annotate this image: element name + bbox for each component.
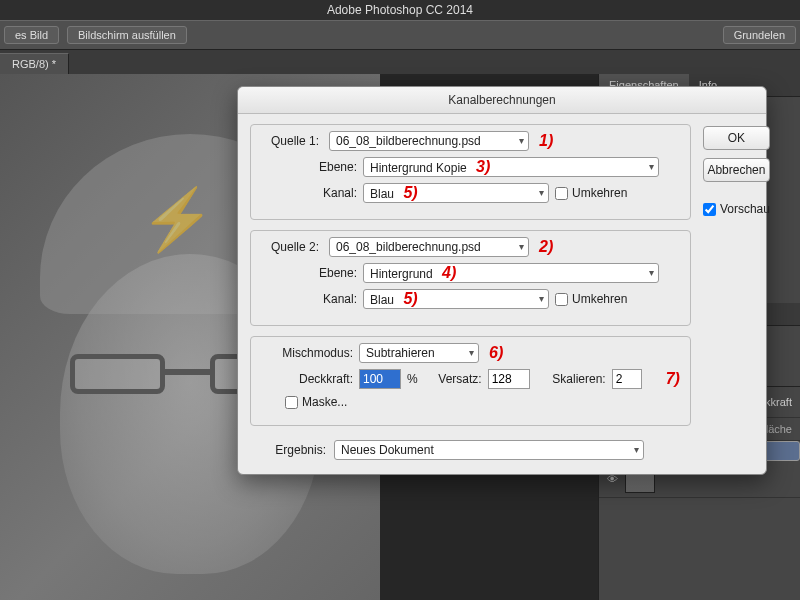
opacity-label: Deckkraft: — [275, 372, 353, 386]
app-title: Adobe Photoshop CC 2014 — [327, 3, 473, 17]
source2-legend: Quelle 2: — [261, 240, 323, 254]
chevron-updown-icon: ▾ — [539, 292, 544, 306]
blend-legend: Mischmodus: — [261, 346, 353, 360]
offset-input[interactable] — [488, 369, 530, 389]
annotation-5b: 5) — [403, 292, 417, 306]
glasses-bridge — [165, 369, 210, 375]
scale-input[interactable] — [612, 369, 642, 389]
source1-channel-select[interactable]: Blau 5) ▾ — [363, 183, 549, 203]
source2-group: Quelle 2: 06_08_bildberechnung.psd ▾ 2) … — [250, 230, 691, 326]
annotation-4: 4) — [442, 266, 456, 280]
chevron-updown-icon: ▾ — [519, 134, 524, 148]
source1-file-select[interactable]: 06_08_bildberechnung.psd ▾ — [329, 131, 529, 151]
source1-invert-checkbox[interactable]: Umkehren — [555, 186, 627, 200]
source2-channel-label: Kanal: — [295, 292, 357, 306]
mask-input[interactable] — [285, 396, 298, 409]
chevron-updown-icon: ▾ — [539, 186, 544, 200]
annotation-5a: 5) — [403, 186, 417, 200]
doc-tab[interactable]: RGB/8) * — [0, 53, 69, 74]
ok-button[interactable]: OK — [703, 126, 770, 150]
source2-layer-value: Hintergrund — [370, 267, 433, 281]
preview-checkbox[interactable]: Vorschau — [703, 202, 770, 216]
essentials-button[interactable]: Grundelen — [723, 26, 796, 44]
blend-group: Mischmodus: Subtrahieren ▾ 6) Deckkraft:… — [250, 336, 691, 426]
mask-label: Maske... — [302, 395, 347, 409]
source1-file-value: 06_08_bildberechnung.psd — [336, 134, 481, 148]
source2-invert-input[interactable] — [555, 293, 568, 306]
result-row: Ergebnis: Neues Dokument ▾ — [250, 436, 691, 460]
dialog-title: Kanalberechnungen — [238, 87, 766, 114]
source1-channel-label: Kanal: — [295, 186, 357, 200]
source2-invert-label: Umkehren — [572, 292, 627, 306]
annotation-1: 1) — [539, 132, 553, 150]
lightning-bolt-icon: ⚡ — [140, 184, 215, 255]
scale-label: Skalieren: — [536, 372, 606, 386]
chevron-updown-icon: ▾ — [469, 346, 474, 360]
chevron-updown-icon: ▾ — [649, 266, 654, 280]
source1-layer-value: Hintergrund Kopie — [370, 161, 467, 175]
options-bar: es Bild Bildschirm ausfüllen Grundelen — [0, 20, 800, 50]
calculations-dialog: Kanalberechnungen Quelle 1: 06_08_bildbe… — [237, 86, 767, 475]
chevron-updown-icon: ▾ — [649, 160, 654, 174]
percent-label: % — [407, 372, 418, 386]
chevron-updown-icon: ▾ — [519, 240, 524, 254]
source1-invert-label: Umkehren — [572, 186, 627, 200]
app-title-bar: Adobe Photoshop CC 2014 — [0, 0, 800, 20]
result-value: Neues Dokument — [341, 443, 434, 457]
source1-layer-select[interactable]: Hintergrund Kopie 3) ▾ — [363, 157, 659, 177]
cancel-button[interactable]: Abbrechen — [703, 158, 770, 182]
annotation-7: 7) — [666, 370, 680, 388]
opacity-input[interactable] — [359, 369, 401, 389]
source2-channel-select[interactable]: Blau 5) ▾ — [363, 289, 549, 309]
preview-input[interactable] — [703, 203, 716, 216]
annotation-3: 3) — [476, 160, 490, 174]
source2-file-value: 06_08_bildberechnung.psd — [336, 240, 481, 254]
annotation-6: 6) — [489, 344, 503, 362]
source2-channel-value: Blau — [370, 293, 394, 307]
doc-tab-strip: RGB/8) * — [0, 50, 800, 74]
blend-mode-value: Subtrahieren — [366, 346, 435, 360]
source1-channel-value: Blau — [370, 187, 394, 201]
fit-image-button[interactable]: es Bild — [4, 26, 59, 44]
blend-mode-select[interactable]: Subtrahieren ▾ — [359, 343, 479, 363]
source1-invert-input[interactable] — [555, 187, 568, 200]
source1-legend: Quelle 1: — [261, 134, 323, 148]
chevron-updown-icon: ▾ — [634, 443, 639, 457]
result-label: Ergebnis: — [254, 443, 326, 457]
fill-screen-button[interactable]: Bildschirm ausfüllen — [67, 26, 187, 44]
source2-layer-select[interactable]: Hintergrund 4) ▾ — [363, 263, 659, 283]
source2-file-select[interactable]: 06_08_bildberechnung.psd ▾ — [329, 237, 529, 257]
dialog-side: OK Abbrechen Vorschau — [703, 124, 770, 460]
lens-left — [70, 354, 165, 394]
source1-group: Quelle 1: 06_08_bildberechnung.psd ▾ 1) … — [250, 124, 691, 220]
preview-label: Vorschau — [720, 202, 770, 216]
source2-invert-checkbox[interactable]: Umkehren — [555, 292, 627, 306]
source2-layer-label: Ebene: — [295, 266, 357, 280]
annotation-2: 2) — [539, 238, 553, 256]
mask-checkbox[interactable]: Maske... — [285, 395, 347, 409]
source1-layer-label: Ebene: — [295, 160, 357, 174]
result-select[interactable]: Neues Dokument ▾ — [334, 440, 644, 460]
offset-label: Versatz: — [424, 372, 482, 386]
